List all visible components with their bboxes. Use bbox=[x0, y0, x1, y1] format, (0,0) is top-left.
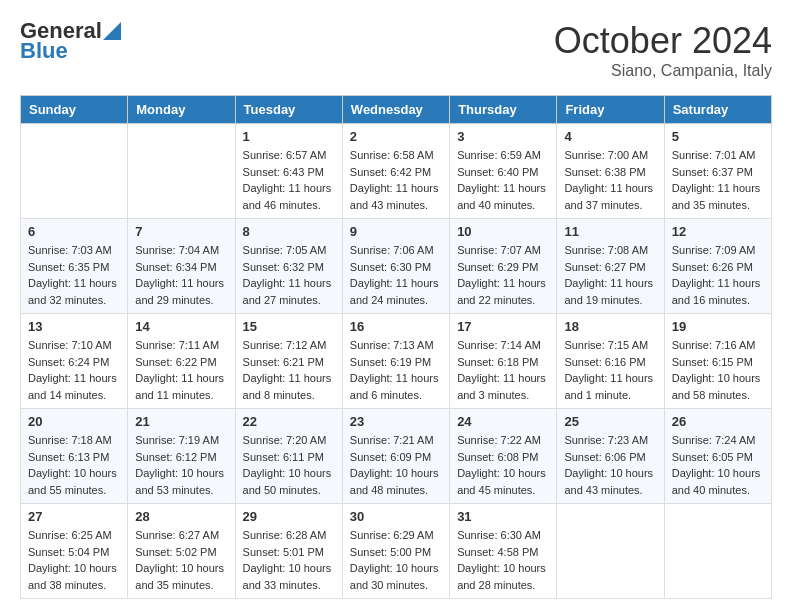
calendar-cell: 11Sunrise: 7:08 AMSunset: 6:27 PMDayligh… bbox=[557, 219, 664, 314]
calendar-cell: 29Sunrise: 6:28 AMSunset: 5:01 PMDayligh… bbox=[235, 504, 342, 599]
day-info: Sunrise: 7:08 AMSunset: 6:27 PMDaylight:… bbox=[564, 242, 656, 308]
day-number: 31 bbox=[457, 509, 549, 524]
day-info: Sunrise: 7:01 AMSunset: 6:37 PMDaylight:… bbox=[672, 147, 764, 213]
title-block: October 2024 Siano, Campania, Italy bbox=[554, 20, 772, 80]
day-number: 24 bbox=[457, 414, 549, 429]
calendar-week-5: 27Sunrise: 6:25 AMSunset: 5:04 PMDayligh… bbox=[21, 504, 772, 599]
day-info: Sunrise: 7:06 AMSunset: 6:30 PMDaylight:… bbox=[350, 242, 442, 308]
column-header-sunday: Sunday bbox=[21, 96, 128, 124]
day-info: Sunrise: 7:05 AMSunset: 6:32 PMDaylight:… bbox=[243, 242, 335, 308]
calendar-cell: 14Sunrise: 7:11 AMSunset: 6:22 PMDayligh… bbox=[128, 314, 235, 409]
calendar-cell bbox=[128, 124, 235, 219]
day-info: Sunrise: 7:16 AMSunset: 6:15 PMDaylight:… bbox=[672, 337, 764, 403]
calendar-header-row: SundayMondayTuesdayWednesdayThursdayFrid… bbox=[21, 96, 772, 124]
calendar-week-4: 20Sunrise: 7:18 AMSunset: 6:13 PMDayligh… bbox=[21, 409, 772, 504]
day-number: 10 bbox=[457, 224, 549, 239]
calendar-cell: 7Sunrise: 7:04 AMSunset: 6:34 PMDaylight… bbox=[128, 219, 235, 314]
day-info: Sunrise: 7:14 AMSunset: 6:18 PMDaylight:… bbox=[457, 337, 549, 403]
day-info: Sunrise: 7:07 AMSunset: 6:29 PMDaylight:… bbox=[457, 242, 549, 308]
day-number: 19 bbox=[672, 319, 764, 334]
day-info: Sunrise: 7:19 AMSunset: 6:12 PMDaylight:… bbox=[135, 432, 227, 498]
day-info: Sunrise: 6:27 AMSunset: 5:02 PMDaylight:… bbox=[135, 527, 227, 593]
calendar-week-2: 6Sunrise: 7:03 AMSunset: 6:35 PMDaylight… bbox=[21, 219, 772, 314]
day-info: Sunrise: 7:23 AMSunset: 6:06 PMDaylight:… bbox=[564, 432, 656, 498]
calendar-cell: 1Sunrise: 6:57 AMSunset: 6:43 PMDaylight… bbox=[235, 124, 342, 219]
day-info: Sunrise: 6:25 AMSunset: 5:04 PMDaylight:… bbox=[28, 527, 120, 593]
day-number: 13 bbox=[28, 319, 120, 334]
day-number: 23 bbox=[350, 414, 442, 429]
calendar-cell: 17Sunrise: 7:14 AMSunset: 6:18 PMDayligh… bbox=[450, 314, 557, 409]
calendar-cell: 5Sunrise: 7:01 AMSunset: 6:37 PMDaylight… bbox=[664, 124, 771, 219]
svg-marker-0 bbox=[103, 22, 121, 40]
calendar-cell: 30Sunrise: 6:29 AMSunset: 5:00 PMDayligh… bbox=[342, 504, 449, 599]
day-number: 6 bbox=[28, 224, 120, 239]
calendar-cell: 25Sunrise: 7:23 AMSunset: 6:06 PMDayligh… bbox=[557, 409, 664, 504]
column-header-friday: Friday bbox=[557, 96, 664, 124]
calendar-cell bbox=[21, 124, 128, 219]
calendar-cell: 31Sunrise: 6:30 AMSunset: 4:58 PMDayligh… bbox=[450, 504, 557, 599]
column-header-tuesday: Tuesday bbox=[235, 96, 342, 124]
day-number: 3 bbox=[457, 129, 549, 144]
calendar-week-1: 1Sunrise: 6:57 AMSunset: 6:43 PMDaylight… bbox=[21, 124, 772, 219]
day-number: 1 bbox=[243, 129, 335, 144]
calendar-cell: 19Sunrise: 7:16 AMSunset: 6:15 PMDayligh… bbox=[664, 314, 771, 409]
day-info: Sunrise: 6:57 AMSunset: 6:43 PMDaylight:… bbox=[243, 147, 335, 213]
day-info: Sunrise: 7:11 AMSunset: 6:22 PMDaylight:… bbox=[135, 337, 227, 403]
day-number: 18 bbox=[564, 319, 656, 334]
day-number: 15 bbox=[243, 319, 335, 334]
calendar-cell: 28Sunrise: 6:27 AMSunset: 5:02 PMDayligh… bbox=[128, 504, 235, 599]
day-info: Sunrise: 7:15 AMSunset: 6:16 PMDaylight:… bbox=[564, 337, 656, 403]
day-info: Sunrise: 7:09 AMSunset: 6:26 PMDaylight:… bbox=[672, 242, 764, 308]
day-info: Sunrise: 7:12 AMSunset: 6:21 PMDaylight:… bbox=[243, 337, 335, 403]
calendar-cell: 13Sunrise: 7:10 AMSunset: 6:24 PMDayligh… bbox=[21, 314, 128, 409]
day-number: 29 bbox=[243, 509, 335, 524]
calendar-table: SundayMondayTuesdayWednesdayThursdayFrid… bbox=[20, 95, 772, 599]
calendar-cell: 10Sunrise: 7:07 AMSunset: 6:29 PMDayligh… bbox=[450, 219, 557, 314]
day-number: 4 bbox=[564, 129, 656, 144]
calendar-cell bbox=[557, 504, 664, 599]
logo: General Blue bbox=[20, 20, 121, 64]
column-header-wednesday: Wednesday bbox=[342, 96, 449, 124]
calendar-cell bbox=[664, 504, 771, 599]
calendar-cell: 2Sunrise: 6:58 AMSunset: 6:42 PMDaylight… bbox=[342, 124, 449, 219]
day-number: 17 bbox=[457, 319, 549, 334]
calendar-cell: 16Sunrise: 7:13 AMSunset: 6:19 PMDayligh… bbox=[342, 314, 449, 409]
day-info: Sunrise: 6:59 AMSunset: 6:40 PMDaylight:… bbox=[457, 147, 549, 213]
day-number: 20 bbox=[28, 414, 120, 429]
day-info: Sunrise: 7:20 AMSunset: 6:11 PMDaylight:… bbox=[243, 432, 335, 498]
day-number: 25 bbox=[564, 414, 656, 429]
day-number: 16 bbox=[350, 319, 442, 334]
day-number: 22 bbox=[243, 414, 335, 429]
day-info: Sunrise: 6:30 AMSunset: 4:58 PMDaylight:… bbox=[457, 527, 549, 593]
calendar-cell: 24Sunrise: 7:22 AMSunset: 6:08 PMDayligh… bbox=[450, 409, 557, 504]
day-info: Sunrise: 7:10 AMSunset: 6:24 PMDaylight:… bbox=[28, 337, 120, 403]
calendar-title: October 2024 bbox=[554, 20, 772, 62]
calendar-cell: 12Sunrise: 7:09 AMSunset: 6:26 PMDayligh… bbox=[664, 219, 771, 314]
day-number: 12 bbox=[672, 224, 764, 239]
logo-blue: Blue bbox=[20, 38, 68, 64]
day-number: 7 bbox=[135, 224, 227, 239]
day-number: 30 bbox=[350, 509, 442, 524]
day-info: Sunrise: 7:00 AMSunset: 6:38 PMDaylight:… bbox=[564, 147, 656, 213]
calendar-cell: 9Sunrise: 7:06 AMSunset: 6:30 PMDaylight… bbox=[342, 219, 449, 314]
calendar-cell: 23Sunrise: 7:21 AMSunset: 6:09 PMDayligh… bbox=[342, 409, 449, 504]
day-info: Sunrise: 6:58 AMSunset: 6:42 PMDaylight:… bbox=[350, 147, 442, 213]
calendar-cell: 6Sunrise: 7:03 AMSunset: 6:35 PMDaylight… bbox=[21, 219, 128, 314]
calendar-cell: 8Sunrise: 7:05 AMSunset: 6:32 PMDaylight… bbox=[235, 219, 342, 314]
calendar-cell: 18Sunrise: 7:15 AMSunset: 6:16 PMDayligh… bbox=[557, 314, 664, 409]
day-info: Sunrise: 7:18 AMSunset: 6:13 PMDaylight:… bbox=[28, 432, 120, 498]
page-header: General Blue October 2024 Siano, Campani… bbox=[20, 20, 772, 80]
day-number: 14 bbox=[135, 319, 227, 334]
calendar-cell: 15Sunrise: 7:12 AMSunset: 6:21 PMDayligh… bbox=[235, 314, 342, 409]
day-info: Sunrise: 7:03 AMSunset: 6:35 PMDaylight:… bbox=[28, 242, 120, 308]
day-number: 2 bbox=[350, 129, 442, 144]
calendar-cell: 21Sunrise: 7:19 AMSunset: 6:12 PMDayligh… bbox=[128, 409, 235, 504]
day-number: 21 bbox=[135, 414, 227, 429]
day-number: 5 bbox=[672, 129, 764, 144]
calendar-cell: 26Sunrise: 7:24 AMSunset: 6:05 PMDayligh… bbox=[664, 409, 771, 504]
column-header-saturday: Saturday bbox=[664, 96, 771, 124]
calendar-cell: 3Sunrise: 6:59 AMSunset: 6:40 PMDaylight… bbox=[450, 124, 557, 219]
day-number: 11 bbox=[564, 224, 656, 239]
day-number: 28 bbox=[135, 509, 227, 524]
calendar-cell: 4Sunrise: 7:00 AMSunset: 6:38 PMDaylight… bbox=[557, 124, 664, 219]
